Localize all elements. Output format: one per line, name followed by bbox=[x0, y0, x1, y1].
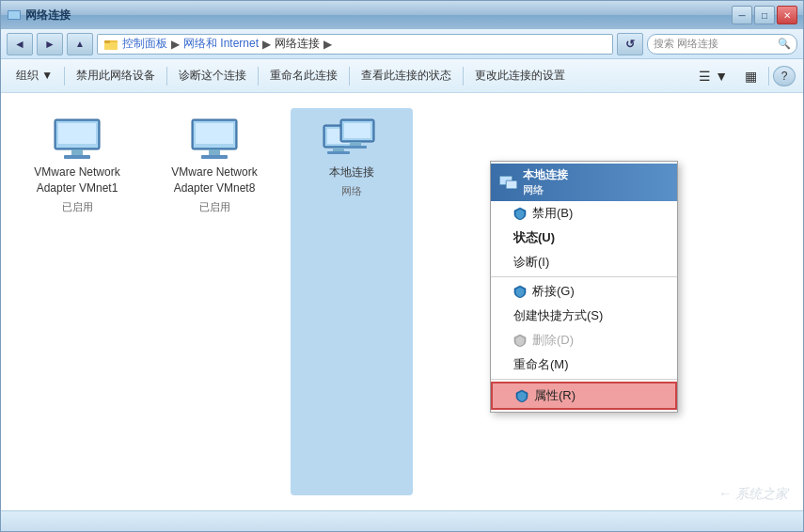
svg-rect-8 bbox=[71, 149, 83, 155]
ctx-item-bridge[interactable]: 桥接(G) bbox=[491, 279, 677, 304]
context-menu: 本地连接 网络 禁用(B) 状态(U) 诊断(I) bbox=[490, 161, 678, 413]
ctx-item-status[interactable]: 状态(U) bbox=[491, 226, 677, 250]
shield-icon-bridge bbox=[513, 285, 527, 298]
svg-rect-1 bbox=[8, 11, 20, 19]
ctx-item-delete: 删除(D) bbox=[491, 328, 677, 352]
path-sep-2: ▶ bbox=[262, 38, 271, 51]
toolbar-separator-3 bbox=[258, 67, 259, 86]
svg-rect-18 bbox=[333, 148, 344, 151]
context-menu-header-icon bbox=[498, 175, 517, 190]
watermark: ← 系统之家 bbox=[718, 486, 788, 503]
path-sep-1: ▶ bbox=[171, 38, 180, 51]
ctx-item-rename[interactable]: 重命名(M) bbox=[491, 352, 677, 377]
toolbar-separator-5 bbox=[463, 67, 464, 86]
title-bar-left: 网络连接 bbox=[7, 8, 71, 23]
content-area: VMware Network Adapter VMnet1 已启用 VMware… bbox=[1, 93, 803, 510]
path-part-1: 控制面板 bbox=[122, 36, 167, 52]
search-box[interactable]: 搜索 网络连接 🔍 bbox=[647, 34, 797, 55]
folder-icon bbox=[103, 37, 118, 52]
svg-rect-7 bbox=[58, 123, 96, 144]
back-button[interactable]: ◄ bbox=[7, 33, 33, 55]
svg-rect-12 bbox=[196, 123, 233, 144]
shield-icon-delete bbox=[513, 334, 527, 347]
disable-button[interactable]: 禁用此网络设备 bbox=[69, 63, 163, 89]
svg-rect-4 bbox=[104, 40, 110, 43]
up-button[interactable]: ▲ bbox=[67, 33, 93, 55]
search-icon: 🔍 bbox=[778, 38, 791, 50]
ctx-item-diagnose[interactable]: 诊断(I) bbox=[491, 250, 677, 274]
adapter-icon-local bbox=[322, 116, 382, 161]
search-placeholder: 搜索 网络连接 bbox=[654, 37, 718, 51]
adapter-icon-vmnet1 bbox=[47, 116, 107, 161]
title-bar-buttons: ─ □ ✕ bbox=[732, 6, 797, 24]
maximize-button[interactable]: □ bbox=[754, 6, 775, 24]
diagnose-button[interactable]: 诊断这个连接 bbox=[171, 63, 254, 89]
address-path[interactable]: 控制面板 ▶ 网络和 Internet ▶ 网络连接 ▶ bbox=[97, 34, 613, 55]
adapter-status-local: 网络 bbox=[341, 184, 362, 198]
main-window: 网络连接 ─ □ ✕ ◄ ► ▲ 控制面板 ▶ 网络和 Internet ▶ 网… bbox=[0, 0, 804, 532]
svg-rect-14 bbox=[201, 155, 228, 159]
title-bar: 网络连接 ─ □ ✕ bbox=[1, 1, 803, 29]
context-menu-header: 本地连接 网络 bbox=[491, 164, 677, 201]
adapter-item-local[interactable]: 本地连接 网络 bbox=[291, 108, 413, 495]
toolbar-separator-2 bbox=[166, 67, 167, 86]
ctx-separator-2 bbox=[491, 379, 677, 380]
minimize-button[interactable]: ─ bbox=[732, 6, 752, 24]
address-bar: ◄ ► ▲ 控制面板 ▶ 网络和 Internet ▶ 网络连接 ▶ ↺ 搜索 … bbox=[1, 29, 803, 59]
toolbar-separator-6 bbox=[768, 67, 769, 86]
adapter-item-vmnet1[interactable]: VMware Network Adapter VMnet1 已启用 bbox=[16, 108, 138, 495]
ctx-item-shortcut[interactable]: 创建快捷方式(S) bbox=[491, 304, 677, 328]
forward-button[interactable]: ► bbox=[37, 33, 63, 55]
window-icon bbox=[7, 8, 22, 23]
toolbar: 组织 ▼ 禁用此网络设备 诊断这个连接 重命名此连接 查看此连接的状态 更改此连… bbox=[1, 59, 803, 93]
shield-icon-disable bbox=[513, 207, 527, 220]
adapter-label-vmnet1: VMware Network Adapter VMnet1 bbox=[24, 164, 131, 196]
adapter-label-vmnet8: VMware Network Adapter VMnet8 bbox=[161, 164, 268, 196]
shield-icon-properties bbox=[515, 389, 528, 402]
adapter-item-vmnet8[interactable]: VMware Network Adapter VMnet8 已启用 bbox=[153, 108, 276, 495]
close-button[interactable]: ✕ bbox=[777, 6, 797, 24]
window-title: 网络连接 bbox=[25, 8, 71, 23]
organize-button[interactable]: 组织 ▼ bbox=[8, 63, 60, 89]
ctx-separator-1 bbox=[491, 276, 677, 277]
svg-rect-3 bbox=[104, 42, 118, 50]
svg-rect-24 bbox=[344, 146, 367, 149]
rename-button[interactable]: 重命名此连接 bbox=[262, 63, 345, 89]
svg-rect-19 bbox=[327, 151, 350, 154]
adapter-status-vmnet8: 已启用 bbox=[199, 200, 230, 214]
svg-rect-28 bbox=[507, 181, 516, 188]
ctx-item-properties[interactable]: 属性(R) bbox=[491, 382, 677, 410]
status-bar bbox=[1, 510, 803, 531]
details-button[interactable]: ▦ bbox=[737, 63, 765, 89]
change-settings-button[interactable]: 更改此连接的设置 bbox=[467, 63, 573, 89]
path-part-2: 网络和 Internet bbox=[183, 36, 259, 52]
svg-rect-23 bbox=[350, 142, 361, 146]
toolbar-separator-4 bbox=[349, 67, 350, 86]
context-menu-title: 本地连接 bbox=[523, 167, 568, 183]
svg-rect-13 bbox=[209, 149, 220, 155]
context-menu-subtitle: 网络 bbox=[523, 183, 568, 197]
svg-rect-22 bbox=[344, 123, 370, 138]
path-sep-3: ▶ bbox=[323, 38, 332, 51]
view-status-button[interactable]: 查看此连接的状态 bbox=[354, 63, 459, 89]
help-button[interactable]: ? bbox=[773, 66, 796, 86]
path-part-3: 网络连接 bbox=[275, 36, 320, 52]
refresh-button[interactable]: ↺ bbox=[617, 33, 643, 55]
adapter-icon-vmnet8 bbox=[184, 116, 244, 161]
toolbar-separator-1 bbox=[64, 67, 65, 86]
svg-rect-9 bbox=[64, 155, 90, 159]
view-toggle-button[interactable]: ☰ ▼ bbox=[691, 63, 735, 89]
adapter-label-local: 本地连接 bbox=[329, 164, 374, 180]
adapter-status-vmnet1: 已启用 bbox=[62, 200, 93, 214]
ctx-item-disable[interactable]: 禁用(B) bbox=[491, 201, 677, 226]
